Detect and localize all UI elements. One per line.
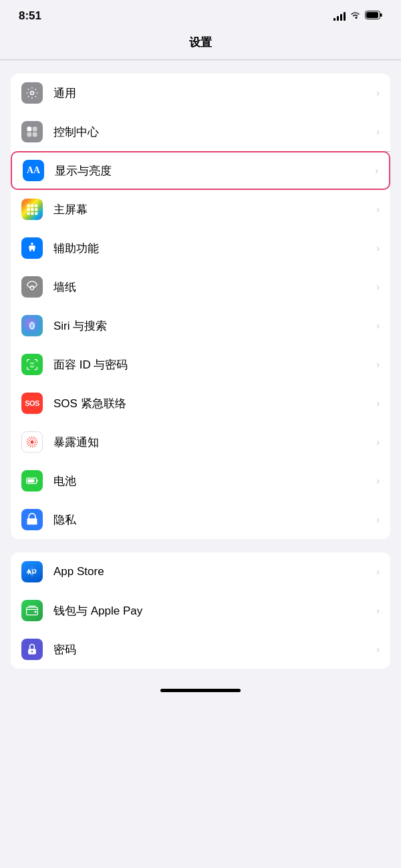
svg-rect-16 [35, 212, 37, 215]
wallpaper-icon [21, 276, 43, 298]
wallpaper-chevron: › [376, 282, 380, 292]
svg-rect-10 [35, 205, 37, 207]
sos-icon: SOS [21, 393, 43, 414]
settings-item-sos[interactable]: SOS SOS 紧急联络 › [11, 384, 390, 423]
appstore-chevron: › [376, 566, 380, 577]
svg-rect-4 [27, 127, 32, 132]
top-divider [0, 60, 401, 60]
home-indicator [0, 682, 401, 697]
page-title: 设置 [189, 36, 212, 49]
svg-rect-29 [34, 611, 36, 613]
home-screen-label: 主屏幕 [53, 202, 371, 217]
exposure-icon [21, 431, 43, 453]
settings-item-privacy[interactable]: 隐私 › [11, 500, 390, 539]
settings-item-exposure[interactable]: 暴露通知 › [11, 423, 390, 461]
home-screen-icon [21, 199, 43, 220]
siri-label: Siri 与搜索 [53, 318, 371, 334]
general-icon [21, 82, 43, 104]
battery-chevron: › [376, 475, 380, 486]
svg-rect-26 [27, 479, 34, 483]
svg-point-31 [31, 651, 33, 653]
control-center-chevron: › [376, 126, 380, 137]
faceid-label: 面容 ID 与密码 [53, 357, 371, 372]
wallet-label: 钱包与 Apple Pay [53, 603, 371, 619]
home-screen-chevron: › [376, 204, 380, 215]
home-bar [160, 689, 241, 692]
settings-item-accessibility[interactable]: 辅助功能 › [11, 229, 390, 267]
control-center-icon [21, 121, 43, 142]
appstore-icon: A [21, 561, 43, 582]
page-title-container: 设置 [0, 28, 401, 60]
settings-item-general[interactable]: 通用 › [11, 74, 390, 112]
svg-rect-6 [27, 132, 32, 137]
control-center-label: 控制中心 [53, 124, 371, 140]
general-chevron: › [376, 88, 380, 98]
svg-rect-5 [33, 127, 37, 132]
settings-item-wallet[interactable]: 钱包与 Apple Pay › [11, 591, 390, 630]
privacy-chevron: › [376, 514, 380, 525]
settings-item-home-screen[interactable]: 主屏幕 › [11, 190, 390, 229]
password-chevron: › [376, 644, 380, 655]
wallpaper-label: 墙纸 [53, 280, 371, 295]
status-icons [333, 10, 382, 22]
privacy-label: 隐私 [53, 512, 371, 528]
faceid-icon [21, 354, 43, 375]
appstore-label: App Store [53, 565, 371, 578]
wifi-icon [350, 10, 361, 22]
faceid-chevron: › [376, 359, 380, 370]
svg-rect-25 [37, 479, 38, 481]
svg-rect-13 [35, 208, 37, 211]
svg-rect-2 [366, 12, 378, 18]
svg-rect-1 [380, 13, 382, 17]
password-label: 密码 [53, 642, 371, 657]
settings-group-2: A App Store › 钱包与 Apple Pay › [11, 552, 390, 669]
password-icon [21, 639, 43, 660]
svg-rect-8 [27, 205, 30, 207]
svg-rect-12 [31, 208, 33, 211]
battery-label: 电池 [53, 473, 371, 489]
siri-chevron: › [376, 320, 380, 331]
settings-item-control-center[interactable]: 控制中心 › [11, 112, 390, 151]
settings-item-password[interactable]: 密码 › [11, 630, 390, 669]
battery-item-icon [21, 470, 43, 492]
svg-point-18 [31, 286, 34, 290]
display-label: 显示与亮度 [55, 163, 370, 179]
siri-icon [21, 315, 43, 336]
sos-label: SOS 紧急联络 [53, 396, 371, 411]
display-chevron: › [375, 165, 378, 176]
exposure-chevron: › [376, 437, 380, 447]
svg-rect-15 [31, 212, 33, 215]
settings-item-battery[interactable]: 电池 › [11, 461, 390, 500]
accessibility-label: 辅助功能 [53, 241, 371, 256]
settings-item-faceid[interactable]: 面容 ID 与密码 › [11, 345, 390, 384]
settings-item-wallpaper[interactable]: 墙纸 › [11, 267, 390, 306]
svg-point-20 [31, 323, 34, 328]
svg-rect-11 [27, 208, 30, 211]
wallet-icon [21, 600, 43, 621]
status-time: 8:51 [19, 9, 41, 23]
battery-icon [365, 10, 382, 22]
display-icon: AA [23, 160, 44, 181]
exposure-label: 暴露通知 [53, 435, 371, 450]
svg-rect-14 [27, 212, 30, 215]
svg-point-17 [31, 243, 33, 245]
settings-item-display[interactable]: AA 显示与亮度 › [11, 151, 390, 190]
svg-rect-9 [31, 205, 33, 207]
status-bar: 8:51 [0, 0, 401, 28]
accessibility-chevron: › [376, 243, 380, 253]
wallet-chevron: › [376, 605, 380, 616]
svg-rect-7 [33, 132, 37, 137]
svg-point-3 [31, 92, 34, 95]
settings-group-1: 通用 › 控制中心 › AA 显示与亮度 › [11, 74, 390, 539]
general-label: 通用 [53, 86, 371, 101]
signal-icon [333, 11, 346, 21]
svg-point-21 [31, 441, 34, 444]
accessibility-icon [21, 237, 43, 259]
settings-item-siri[interactable]: Siri 与搜索 › [11, 306, 390, 345]
sos-chevron: › [376, 398, 380, 409]
settings-item-appstore[interactable]: A App Store › [11, 552, 390, 591]
privacy-icon [21, 509, 43, 530]
